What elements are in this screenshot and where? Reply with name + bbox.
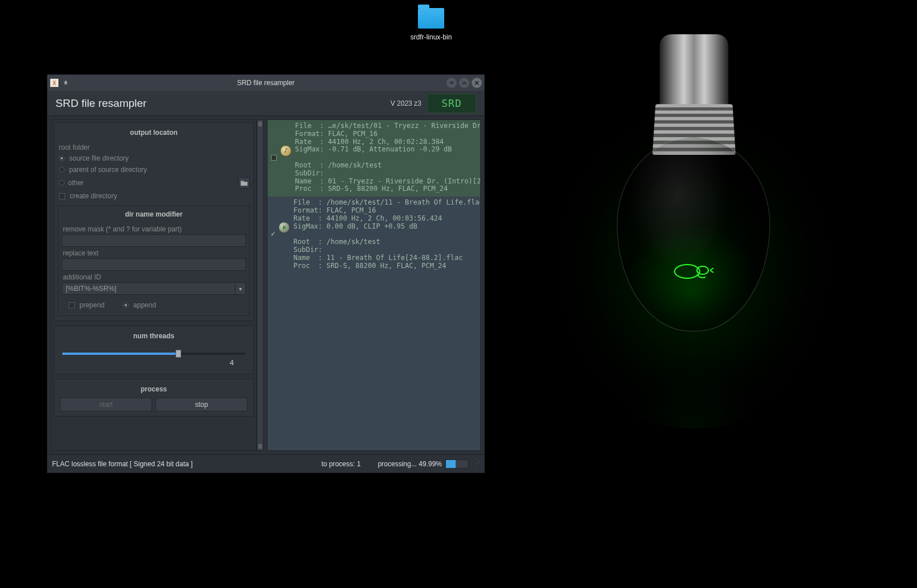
checkbox-prepend[interactable]: prepend: [67, 299, 105, 311]
resize-grip-icon[interactable]: ⋰: [474, 460, 480, 467]
window-title: SRD file resampler: [47, 79, 484, 87]
additional-id-input[interactable]: [62, 282, 236, 295]
threads-value: 4: [62, 358, 245, 367]
radio-icon: [123, 302, 129, 308]
stop-button[interactable]: stop: [156, 398, 248, 411]
process-header: process: [58, 383, 250, 398]
left-panel-scrollbar[interactable]: [257, 119, 264, 451]
status-to-process-label: to process:: [321, 460, 355, 468]
track-checkmark-icon: ✓: [271, 199, 275, 270]
process-panel: process start stop: [54, 379, 254, 417]
radio-other[interactable]: other: [58, 175, 250, 190]
slider-thumb-icon[interactable]: [176, 350, 181, 358]
app-version: V 2023 z3: [390, 99, 421, 107]
app-header: SRD file resampler V 2023 z3 SRD: [47, 91, 484, 116]
svg-point-0: [675, 265, 700, 278]
track-row[interactable]: ♪File : …e/sk/test/01 - Tryezz - Riversi…: [268, 120, 480, 197]
status-progress-bar: [445, 459, 468, 469]
status-format-info: FLAC lossless file format [ Signed 24 bi…: [52, 460, 193, 468]
status-processing-label: processing...: [378, 460, 417, 468]
radio-source-file-directory[interactable]: source file directory: [58, 153, 250, 164]
radio-icon: [59, 180, 65, 186]
music-note-icon: ♪: [280, 145, 292, 157]
output-location-panel: output locaton root folder source file d…: [54, 122, 254, 321]
additional-id-dropdown-button[interactable]: ▾: [236, 282, 246, 295]
radio-icon: [59, 167, 65, 173]
radio-icon: [59, 155, 65, 161]
browse-folder-button[interactable]: [238, 177, 250, 189]
additional-id-label: additional ID: [62, 271, 246, 282]
num-threads-panel: num threads 4: [54, 326, 254, 374]
status-to-process-value: 1: [357, 460, 361, 468]
start-button[interactable]: start: [60, 398, 152, 411]
radio-append[interactable]: append: [122, 299, 156, 311]
radio-parent-of-source[interactable]: parent of source directory: [58, 164, 250, 175]
num-threads-header: num threads: [58, 330, 250, 345]
status-processing-percent: 49.99%: [418, 460, 442, 468]
app-logo: SRD: [427, 94, 476, 113]
checkbox-icon: [69, 302, 75, 309]
wallpaper-lightbulb: [597, 17, 791, 451]
window-close-button[interactable]: [472, 78, 482, 88]
track-checkbox[interactable]: [271, 122, 277, 193]
replace-text-label: replace text: [62, 247, 246, 258]
status-bar: FLAC lossless file format [ Signed 24 bi…: [47, 454, 484, 473]
pin-icon[interactable]: [62, 79, 69, 87]
output-location-header: output locaton: [58, 126, 250, 141]
track-text: File : /home/sk/test/11 - Breath Of Life…: [293, 199, 481, 270]
window-maximize-button[interactable]: [459, 78, 469, 88]
remove-mask-label: remove mask (* and ? for variable part): [62, 223, 246, 234]
root-folder-label: root folder: [58, 141, 250, 153]
checkbox-create-directory[interactable]: create directory: [58, 190, 250, 202]
folder-icon: [418, 8, 444, 29]
app-window: X SRD file resampler SRD file resampler …: [47, 74, 485, 473]
dir-name-modifier-header: dir name modifier: [62, 208, 246, 223]
checkbox-icon: [59, 193, 65, 199]
window-titlebar[interactable]: X SRD file resampler: [47, 75, 484, 91]
play-icon: [278, 222, 290, 233]
replace-text-input[interactable]: [62, 258, 246, 271]
window-minimize-button[interactable]: [446, 78, 457, 88]
desktop-folder-srdfr[interactable]: srdfr-linux-bin: [408, 8, 454, 41]
dir-name-modifier-panel: dir name modifier remove mask (* and ? f…: [58, 205, 250, 316]
desktop-folder-label: srdfr-linux-bin: [408, 33, 454, 41]
track-row[interactable]: ✓File : /home/sk/test/11 - Breath Of Lif…: [268, 197, 480, 273]
threads-slider[interactable]: [62, 353, 245, 355]
app-title: SRD file resampler: [55, 97, 146, 110]
window-app-icon: X: [50, 78, 59, 87]
track-list: ♪File : …e/sk/test/01 - Tryezz - Riversi…: [267, 119, 481, 451]
left-settings-panel: output locaton root folder source file d…: [51, 119, 257, 451]
remove-mask-input[interactable]: [62, 234, 246, 247]
svg-point-1: [697, 266, 708, 274]
track-text: File : …e/sk/test/01 - Tryezz - Riversid…: [295, 122, 481, 193]
